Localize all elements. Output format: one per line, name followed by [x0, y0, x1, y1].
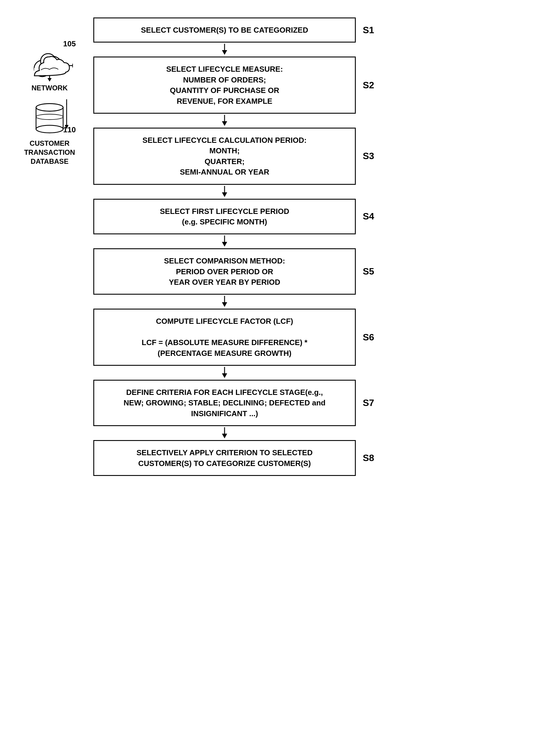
- step-s8-text: SELECTIVELY APPLY CRITERION TO SELECTED …: [136, 447, 313, 469]
- arrow-s3-s4: [93, 185, 356, 199]
- step-s1-text: SELECT CUSTOMER(S) TO BE CATEGORIZED: [141, 25, 308, 35]
- svg-marker-29: [222, 434, 227, 438]
- step-s3-box: SELECT LIFECYCLE CALCULATION PERIOD: MON…: [93, 128, 356, 185]
- label-110: 110: [63, 125, 76, 134]
- svg-marker-8: [72, 64, 73, 68]
- step-s4-text: SELECT FIRST LIFECYCLE PERIOD (e.g. SPEC…: [160, 206, 289, 227]
- svg-marker-21: [222, 192, 227, 197]
- svg-marker-25: [222, 302, 227, 307]
- network-label: NETWORK: [31, 84, 68, 92]
- network-cloud-icon: [26, 47, 73, 82]
- step-s2-row: SELECT LIFECYCLE MEASURE: NUMBER OF ORDE…: [93, 57, 533, 114]
- step-s4-label: S4: [363, 211, 374, 222]
- svg-marker-27: [222, 373, 227, 378]
- left-side: 105: [17, 12, 82, 166]
- step-s6-row: COMPUTE LIFECYCLE FACTOR (LCF) LCF = (AB…: [93, 309, 533, 366]
- diagram-container: 105: [0, 0, 550, 488]
- step-s7-text: DEFINE CRITERIA FOR EACH LIFECYCLE STAGE…: [124, 387, 326, 419]
- step-s7-row: DEFINE CRITERIA FOR EACH LIFECYCLE STAGE…: [93, 380, 533, 426]
- svg-marker-19: [222, 121, 227, 126]
- step-s2-label: S2: [363, 80, 374, 91]
- step-s1-label: S1: [363, 25, 374, 36]
- step-s5-label: S5: [363, 266, 374, 277]
- step-s2-text: SELECT LIFECYCLE MEASURE: NUMBER OF ORDE…: [166, 64, 283, 106]
- database-icon: [31, 98, 68, 136]
- step-s2-box: SELECT LIFECYCLE MEASURE: NUMBER OF ORDE…: [93, 57, 356, 114]
- step-s7-box: DEFINE CRITERIA FOR EACH LIFECYCLE STAGE…: [93, 380, 356, 426]
- step-s4-box: SELECT FIRST LIFECYCLE PERIOD (e.g. SPEC…: [93, 199, 356, 235]
- step-s7-label: S7: [363, 398, 374, 408]
- arrow-s4-s5: [93, 234, 356, 248]
- step-s1-row: SELECT CUSTOMER(S) TO BE CATEGORIZED S1: [93, 17, 533, 43]
- svg-point-10: [36, 125, 63, 133]
- svg-marker-17: [222, 50, 227, 55]
- step-s4-row: SELECT FIRST LIFECYCLE PERIOD (e.g. SPEC…: [93, 199, 533, 235]
- network-cloud-container: NETWORK: [26, 47, 73, 92]
- step-s8-row: SELECTIVELY APPLY CRITERION TO SELECTED …: [93, 440, 533, 476]
- step-s8-label: S8: [363, 453, 374, 463]
- step-s6-text: COMPUTE LIFECYCLE FACTOR (LCF) LCF = (AB…: [142, 316, 308, 358]
- step-s5-box: SELECT COMPARISON METHOD: PERIOD OVER PE…: [93, 248, 356, 295]
- step-s3-text: SELECT LIFECYCLE CALCULATION PERIOD: MON…: [143, 135, 307, 177]
- step-s5-text: SELECT COMPARISON METHOD: PERIOD OVER PE…: [164, 256, 285, 287]
- arrow-s6-s7: [93, 366, 356, 380]
- arrow-s2-s3: [93, 114, 356, 128]
- database-label: CUSTOMER TRANSACTION DATABASE: [24, 139, 75, 166]
- arrow-s1-s2: [93, 43, 356, 57]
- flowchart: SELECT CUSTOMER(S) TO BE CATEGORIZED S1 …: [82, 12, 533, 476]
- step-s3-row: SELECT LIFECYCLE CALCULATION PERIOD: MON…: [93, 128, 533, 185]
- step-s8-box: SELECTIVELY APPLY CRITERION TO SELECTED …: [93, 440, 356, 476]
- step-s3-label: S3: [363, 151, 374, 161]
- svg-marker-23: [222, 242, 227, 247]
- step-s6-box: COMPUTE LIFECYCLE FACTOR (LCF) LCF = (AB…: [93, 309, 356, 366]
- arrow-s5-s6: [93, 295, 356, 309]
- step-s1-box: SELECT CUSTOMER(S) TO BE CATEGORIZED: [93, 17, 356, 43]
- arrow-s7-s8: [93, 426, 356, 440]
- svg-marker-6: [48, 78, 52, 82]
- step-s5-row: SELECT COMPARISON METHOD: PERIOD OVER PE…: [93, 248, 533, 295]
- svg-point-11: [36, 104, 63, 111]
- step-s6-label: S6: [363, 332, 374, 343]
